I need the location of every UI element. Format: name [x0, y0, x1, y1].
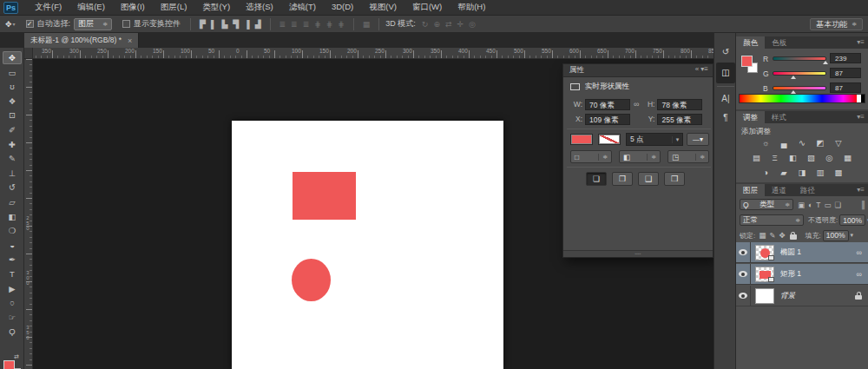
filter-shape-layers-icon[interactable]: ▭	[824, 201, 831, 209]
filter-smart-objects-icon[interactable]: ❏	[834, 201, 841, 209]
align-horizontal-centers-icon[interactable]: ▐	[241, 20, 252, 29]
color-lookup-icon[interactable]: ▦	[840, 152, 855, 163]
y-field[interactable]: 255 像素	[657, 114, 702, 125]
menu-item[interactable]: 窗口(W)	[404, 0, 450, 15]
menu-item[interactable]: 滤镜(T)	[281, 0, 324, 15]
selective-color-icon[interactable]: ▥	[813, 167, 828, 178]
subtract-front-shape-button[interactable]: ❐	[612, 172, 633, 186]
lock-all-icon[interactable]	[790, 232, 797, 240]
color-spectrum-bar[interactable]	[739, 94, 865, 103]
clone-stamp-tool[interactable]: ⊥	[3, 167, 22, 180]
levels-icon[interactable]: ▄	[777, 137, 792, 148]
tool-preset-caret-icon[interactable]: ▾	[13, 21, 16, 27]
channel-mixer-icon[interactable]: ◎	[822, 152, 837, 163]
invert-icon[interactable]: ◑	[759, 167, 773, 178]
eyedropper-tool[interactable]: ✐	[3, 123, 22, 136]
lasso-tool[interactable]: ʊ	[3, 80, 22, 93]
eye-icon[interactable]	[739, 293, 747, 299]
gradient-tool[interactable]: ◧	[3, 210, 22, 223]
menu-item[interactable]: 帮助(H)	[450, 0, 493, 15]
eraser-tool[interactable]: ▱	[3, 195, 22, 208]
stroke-style-select[interactable]: —▾	[687, 133, 709, 146]
posterize-icon[interactable]: ▰	[777, 167, 792, 178]
distribute-vertical-centers-icon[interactable]: ≣	[288, 20, 300, 29]
menu-item[interactable]: 图像(I)	[113, 0, 153, 15]
layers-panel-tab[interactable]: 路径	[793, 184, 822, 196]
history-panel-icon[interactable]: ↺	[716, 43, 735, 61]
layer-row[interactable]: 矩形 1∞	[736, 264, 868, 285]
r-value-field[interactable]: 239	[830, 53, 861, 63]
brightness-contrast-icon[interactable]: ☼	[759, 137, 773, 148]
adjustments-panel-tab[interactable]: 调整	[736, 111, 765, 123]
hand-tool[interactable]: ☞	[3, 311, 22, 324]
swap-colors-icon[interactable]: ⇄	[14, 353, 19, 360]
brush-tool[interactable]: ✎	[3, 152, 22, 165]
3d-slide-icon[interactable]: ✛	[455, 20, 467, 29]
layer-filter-toggle[interactable]: ▐	[859, 201, 865, 209]
adjustments-panel-tab[interactable]: 样式	[765, 111, 793, 123]
color-panel-tab[interactable]: 颜色	[736, 36, 765, 49]
layers-panel-tab[interactable]: 图层	[736, 184, 765, 196]
b-slider[interactable]	[773, 86, 826, 90]
foreground-color-swatch[interactable]	[3, 360, 15, 369]
b-value-field[interactable]: 87	[830, 82, 861, 93]
lock-position-icon[interactable]: ✥	[779, 231, 785, 240]
3d-rotate-icon[interactable]: ↻	[419, 20, 431, 29]
layer-row[interactable]: 背景	[736, 286, 868, 306]
rectangle-shape[interactable]	[293, 172, 356, 220]
align-right-edges-icon[interactable]: ▟	[253, 20, 264, 29]
distribute-top-edges-icon[interactable]: ≣	[277, 20, 289, 29]
photo-filter-icon[interactable]: ▧	[804, 152, 819, 163]
layer-thumbnail[interactable]	[755, 267, 774, 282]
collapse-panel-icon[interactable]: «	[695, 65, 699, 73]
ruler-origin-corner[interactable]	[24, 48, 33, 59]
properties-panel-header[interactable]: 属性 « ▾≡	[563, 64, 713, 77]
menu-item[interactable]: 视图(V)	[361, 0, 404, 15]
color-balance-icon[interactable]: Ξ	[767, 152, 782, 163]
layer-name[interactable]: 背景	[780, 291, 855, 301]
crop-tool[interactable]: ⊡	[3, 109, 22, 122]
color-panel-tab[interactable]: 色板	[765, 36, 793, 49]
stroke-width-select[interactable]: 5 点 ▾	[626, 133, 683, 146]
auto-select-checkbox[interactable]: ✓	[26, 20, 34, 28]
black-white-icon[interactable]: ◧	[786, 152, 800, 163]
x-field[interactable]: 109 像素	[585, 114, 630, 125]
g-value-field[interactable]: 87	[830, 68, 861, 78]
filter-adjustment-layers-icon[interactable]: ◐	[808, 201, 812, 209]
stroke-caps-select[interactable]: ◧≑	[619, 150, 661, 163]
menu-item[interactable]: 3D(D)	[324, 0, 361, 15]
stroke-color-swatch[interactable]	[598, 134, 621, 145]
slider-thumb[interactable]	[791, 76, 796, 79]
layer-thumbnail[interactable]	[755, 245, 774, 260]
align-top-edges-icon[interactable]: ▛	[197, 20, 208, 29]
distribute-right-edges-icon[interactable]: ⋕	[335, 20, 347, 29]
menu-item[interactable]: 文件(F)	[27, 0, 69, 15]
pen-tool[interactable]: ✒	[3, 253, 22, 266]
panel-resize-grip[interactable]: ▪▪▪▪	[563, 250, 713, 257]
gradient-map-icon[interactable]: ▩	[832, 167, 846, 178]
panel-menu-icon[interactable]: ▾≡	[857, 113, 865, 121]
opacity-select[interactable]: 100% ▾	[839, 214, 865, 226]
document-canvas[interactable]	[232, 121, 503, 369]
layers-panel-tab[interactable]: 通道	[765, 184, 793, 196]
visibility-cell[interactable]	[736, 286, 751, 306]
r-slider[interactable]	[773, 56, 826, 61]
threshold-icon[interactable]: ◨	[795, 167, 810, 178]
document-tab[interactable]: 未标题-1 @ 100%(RGB/8) * ×	[24, 33, 139, 48]
distribute-bottom-edges-icon[interactable]: ≣	[300, 20, 312, 29]
3d-roll-icon[interactable]: ⊕	[431, 20, 443, 29]
panel-menu-icon[interactable]: ▾≡	[700, 65, 708, 73]
new-shape-button[interactable]: ❏	[586, 172, 607, 186]
close-tab-icon[interactable]: ×	[128, 36, 132, 45]
quick-selection-tool[interactable]: ❖	[3, 95, 22, 108]
hue-saturation-icon[interactable]: ▤	[749, 152, 764, 163]
zoom-tool[interactable]: Ϙ	[3, 325, 22, 338]
lock-transparent-pixels-icon[interactable]: ▦	[759, 231, 766, 240]
slider-thumb[interactable]	[823, 61, 828, 64]
vibrance-icon[interactable]: ▽	[832, 137, 846, 148]
panel-menu-icon[interactable]: ▾≡	[857, 186, 865, 194]
layer-thumbnail[interactable]	[755, 288, 774, 304]
menu-item[interactable]: 图层(L)	[153, 0, 195, 15]
auto-align-icon[interactable]: ▦	[360, 20, 373, 29]
move-tool[interactable]: ✥	[3, 51, 22, 64]
